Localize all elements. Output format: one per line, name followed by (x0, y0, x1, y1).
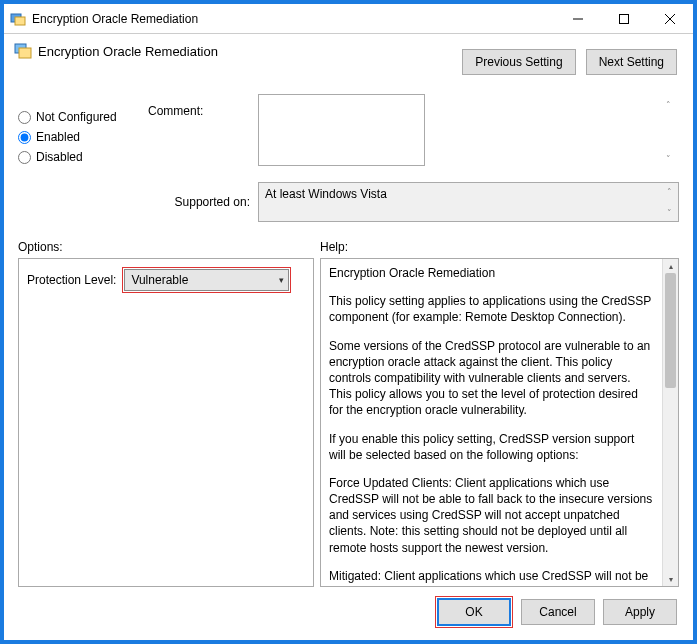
options-panel: Protection Level: Vulnerable ▾ (18, 258, 314, 587)
section-labels: Options: Help: (4, 226, 693, 258)
state-radio-group: Not Configured Enabled Disabled (18, 94, 148, 170)
help-scrollbar[interactable]: ▴ ▾ (662, 259, 678, 586)
help-p5: Force Updated Clients: Client applicatio… (329, 475, 654, 556)
radio-enabled-label: Enabled (36, 130, 80, 144)
protection-level-label: Protection Level: (27, 273, 116, 287)
protection-level-combo[interactable]: Vulnerable ▾ (124, 269, 289, 291)
comment-scroll: ˄ ˅ (661, 97, 676, 166)
protection-level-value: Vulnerable (131, 273, 188, 287)
radio-not-configured[interactable]: Not Configured (18, 110, 148, 124)
radio-enabled-input[interactable] (18, 131, 31, 144)
nav-buttons: Previous Setting Next Setting (462, 49, 677, 75)
scroll-up-icon[interactable]: ˄ (661, 97, 676, 112)
help-text: Encryption Oracle Remediation This polic… (321, 259, 662, 586)
svg-rect-1 (15, 17, 25, 25)
protection-level-row: Protection Level: Vulnerable ▾ (27, 267, 305, 293)
chevron-down-icon: ▾ (279, 275, 284, 285)
supported-scroll: ˄ ˅ (662, 184, 677, 220)
panels: Protection Level: Vulnerable ▾ Encryptio… (4, 258, 693, 593)
radio-disabled-input[interactable] (18, 151, 31, 164)
window-title: Encryption Oracle Remediation (32, 12, 555, 26)
help-label: Help: (320, 240, 348, 254)
scroll-up-icon[interactable]: ▴ (663, 259, 678, 273)
help-p1: Encryption Oracle Remediation (329, 265, 654, 281)
supported-on-text: At least Windows Vista (265, 187, 387, 201)
help-p6: Mitigated: Client applications which use… (329, 568, 654, 586)
protection-level-highlight: Vulnerable ▾ (122, 267, 291, 293)
options-label: Options: (18, 240, 320, 254)
close-icon (665, 14, 675, 24)
radio-disabled[interactable]: Disabled (18, 150, 148, 164)
supported-on-label: Supported on: (18, 195, 258, 209)
scroll-thumb[interactable] (665, 273, 676, 388)
radio-not-configured-label: Not Configured (36, 110, 117, 124)
supported-row: Supported on: At least Windows Vista ˄ ˅ (4, 178, 693, 226)
policy-icon (14, 42, 32, 60)
window-controls (555, 4, 693, 33)
ok-highlight: OK (435, 596, 513, 628)
minimize-icon (573, 14, 583, 24)
help-p4: If you enable this policy setting, CredS… (329, 431, 654, 463)
scroll-down-icon[interactable]: ˅ (662, 205, 677, 220)
config-row: Not Configured Enabled Disabled Comment:… (4, 90, 693, 174)
minimize-button[interactable] (555, 4, 601, 33)
maximize-button[interactable] (601, 4, 647, 33)
dialog-window: Encryption Oracle Remediation Encryption… (0, 0, 697, 644)
maximize-icon (619, 14, 629, 24)
help-p3: Some versions of the CredSSP protocol ar… (329, 338, 654, 419)
comment-label: Comment: (148, 94, 258, 118)
scroll-down-icon[interactable]: ˅ (661, 151, 676, 166)
apply-button[interactable]: Apply (603, 599, 677, 625)
next-setting-button[interactable]: Next Setting (586, 49, 677, 75)
radio-disabled-label: Disabled (36, 150, 83, 164)
help-panel: Encryption Oracle Remediation This polic… (320, 258, 679, 587)
titlebar: Encryption Oracle Remediation (4, 4, 693, 34)
previous-setting-button[interactable]: Previous Setting (462, 49, 575, 75)
svg-rect-7 (19, 48, 31, 58)
comment-textarea[interactable] (258, 94, 425, 166)
policy-title: Encryption Oracle Remediation (38, 44, 218, 59)
ok-button[interactable]: OK (437, 598, 511, 626)
help-p2: This policy setting applies to applicati… (329, 293, 654, 325)
scroll-up-icon[interactable]: ˄ (662, 184, 677, 199)
svg-rect-3 (620, 14, 629, 23)
close-button[interactable] (647, 4, 693, 33)
scroll-down-icon[interactable]: ▾ (663, 572, 678, 586)
cancel-button[interactable]: Cancel (521, 599, 595, 625)
app-icon (10, 11, 26, 27)
radio-enabled[interactable]: Enabled (18, 130, 148, 144)
supported-on-box: At least Windows Vista ˄ ˅ (258, 182, 679, 222)
radio-not-configured-input[interactable] (18, 111, 31, 124)
footer-buttons: OK Cancel Apply (435, 596, 677, 628)
